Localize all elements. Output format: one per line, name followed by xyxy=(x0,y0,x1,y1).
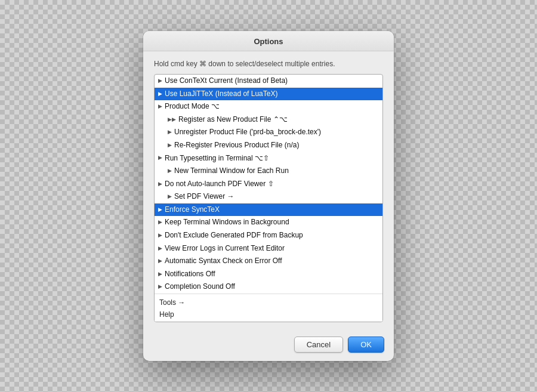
list-item-label: Don't Exclude Generated PDF from Backup xyxy=(165,231,303,240)
list-item-label: Enforce SyncTeX xyxy=(165,205,220,215)
list-item-keep-terminal[interactable]: ▶Keep Terminal Windows in Background xyxy=(155,216,382,229)
list-item-new-terminal[interactable]: ▶New Terminal Window for Each Run xyxy=(155,165,382,178)
list-item-label: Use ConTeXt Current (Instead of Beta) xyxy=(165,76,288,86)
list-item-view-error-logs[interactable]: ▶View Error Logs in Current Text Editor xyxy=(155,242,382,255)
list-item-label: New Terminal Window for Each Run xyxy=(174,166,289,176)
arrow-icon: ▶ xyxy=(158,155,162,162)
options-dialog: Options Hold cmd key ⌘ down to select/de… xyxy=(143,31,394,361)
list-item-label: Run Typesetting in Terminal ⌥⇧ xyxy=(165,154,269,163)
list-item-notifications[interactable]: ▶Notifications Off xyxy=(155,268,382,281)
list-item-enforce-synctex[interactable]: ▶Enforce SyncTeX xyxy=(155,203,382,217)
arrow-icon: ▶ xyxy=(158,219,162,226)
arrow-icon: ▶ xyxy=(158,91,162,98)
list-item-label: View Error Logs in Current Text Editor xyxy=(165,244,285,254)
arrow-icon: ▶▶ xyxy=(168,116,176,124)
list-item-unregister[interactable]: ▶Unregister Product File ('prd-ba_brock-… xyxy=(155,126,382,139)
list-item-use-context[interactable]: ▶Use ConTeXt Current (Instead of Beta) xyxy=(155,75,382,88)
arrow-icon: ▶ xyxy=(158,232,162,239)
dialog-body: Hold cmd key ⌘ down to select/deselect m… xyxy=(143,51,394,329)
list-item-product-mode[interactable]: ▶Product Mode ⌥ xyxy=(155,100,382,113)
list-item-label: Do not Auto-launch PDF Viewer ⇧ xyxy=(165,180,274,189)
cancel-button[interactable]: Cancel xyxy=(294,337,343,353)
list-item-set-pdf-viewer[interactable]: ▶Set PDF Viewer → xyxy=(155,190,382,203)
arrow-icon: ▶ xyxy=(158,206,162,214)
list-item-label: Set PDF Viewer → xyxy=(174,192,234,202)
list-item-use-luajittex[interactable]: ▶Use LuaJiTTeX (Instead of LuaTeX) xyxy=(155,88,382,101)
list-item-label: Keep Terminal Windows in Background xyxy=(165,218,289,227)
arrow-icon: ▶ xyxy=(158,78,162,85)
arrow-icon: ▶ xyxy=(158,283,162,291)
options-list: ▶Use ConTeXt Current (Instead of Beta)▶U… xyxy=(154,74,383,322)
list-item-do-not-autolaunch[interactable]: ▶Do not Auto-launch PDF Viewer ⇧ xyxy=(155,178,382,191)
list-item-label: Completion Sound Off xyxy=(165,282,235,292)
hint-text: Hold cmd key ⌘ down to select/deselect m… xyxy=(154,60,383,68)
list-item-label: Unregister Product File ('prd-ba_brock-d… xyxy=(174,128,321,137)
ok-button[interactable]: OK xyxy=(348,337,384,353)
list-item-auto-syntax-check[interactable]: ▶Automatic Syntax Check on Error Off xyxy=(155,255,382,268)
arrow-icon: ▶ xyxy=(168,129,172,136)
arrow-icon: ▶ xyxy=(158,258,162,265)
footer-links: Tools →Help xyxy=(155,294,382,322)
list-item-label: Notifications Off xyxy=(165,270,215,279)
list-item-re-register[interactable]: ▶Re-Register Previous Product File (n/a) xyxy=(155,139,382,152)
arrow-icon: ▶ xyxy=(158,103,162,110)
arrow-icon: ▶ xyxy=(158,245,162,252)
arrow-icon: ▶ xyxy=(168,168,172,175)
help-link[interactable]: Help xyxy=(158,308,379,320)
dialog-title: Options xyxy=(143,31,394,51)
tools-link[interactable]: Tools → xyxy=(158,297,379,308)
list-item-dont-exclude[interactable]: ▶Don't Exclude Generated PDF from Backup xyxy=(155,229,382,242)
arrow-icon: ▶ xyxy=(168,193,172,200)
arrow-icon: ▶ xyxy=(168,142,172,149)
arrow-icon: ▶ xyxy=(158,181,162,188)
list-item-register-new[interactable]: ▶▶Register as New Product File ⌃⌥ xyxy=(155,113,382,126)
list-item-label: Product Mode ⌥ xyxy=(165,102,220,112)
button-row: Cancel OK xyxy=(143,329,394,361)
list-item-label: Re-Register Previous Product File (n/a) xyxy=(174,141,299,150)
list-item-label: Register as New Product File ⌃⌥ xyxy=(178,115,288,125)
list-item-label: Use LuaJiTTeX (Instead of LuaTeX) xyxy=(165,89,277,99)
list-item-label: Automatic Syntax Check on Error Off xyxy=(165,257,282,266)
list-item-completion-sound[interactable]: ▶Completion Sound Off xyxy=(155,280,382,294)
list-item-run-typesetting[interactable]: ▶Run Typesetting in Terminal ⌥⇧ xyxy=(155,152,382,165)
arrow-icon: ▶ xyxy=(158,271,162,278)
